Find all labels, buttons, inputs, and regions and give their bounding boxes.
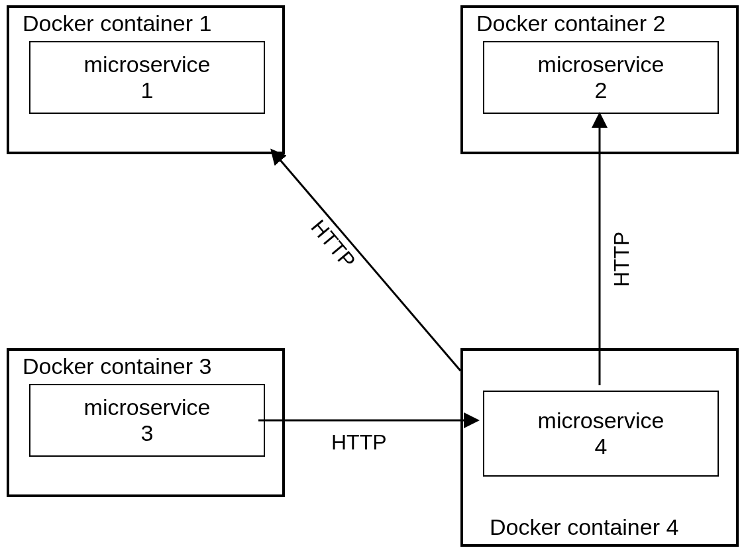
microservice-1-box: microservice 1: [29, 41, 265, 114]
edge-label-ms4-ms2: HTTP: [610, 232, 634, 287]
microservice-2-box: microservice 2: [483, 41, 719, 114]
docker-container-3: Docker container 3 microservice 3: [7, 348, 285, 497]
microservice-3-num: 3: [141, 420, 154, 446]
microservice-4-box: microservice 4: [483, 391, 719, 477]
microservice-4-name: microservice: [538, 408, 665, 434]
arrow-ms4-to-ms1: [273, 152, 460, 371]
docker-container-4: microservice 4 Docker container 4: [460, 348, 739, 547]
edge-label-ms4-ms1: HTTP: [306, 215, 360, 273]
microservice-3-name: microservice: [84, 395, 211, 420]
edge-label-ms3-ms4: HTTP: [331, 430, 387, 455]
microservice-2-name: microservice: [538, 52, 665, 77]
microservice-1-name: microservice: [84, 52, 211, 77]
microservice-3-box: microservice 3: [29, 384, 265, 457]
container-3-title: Docker container 3: [23, 353, 211, 379]
container-1-title: Docker container 1: [23, 11, 211, 36]
microservice-2-num: 2: [595, 77, 608, 103]
docker-container-2: Docker container 2 microservice 2: [460, 5, 739, 154]
container-2-title: Docker container 2: [476, 11, 665, 36]
microservice-1-num: 1: [141, 77, 154, 103]
microservice-4-num: 4: [595, 434, 608, 459]
container-4-title: Docker container 4: [490, 514, 678, 540]
docker-container-1: Docker container 1 microservice 1: [7, 5, 285, 154]
